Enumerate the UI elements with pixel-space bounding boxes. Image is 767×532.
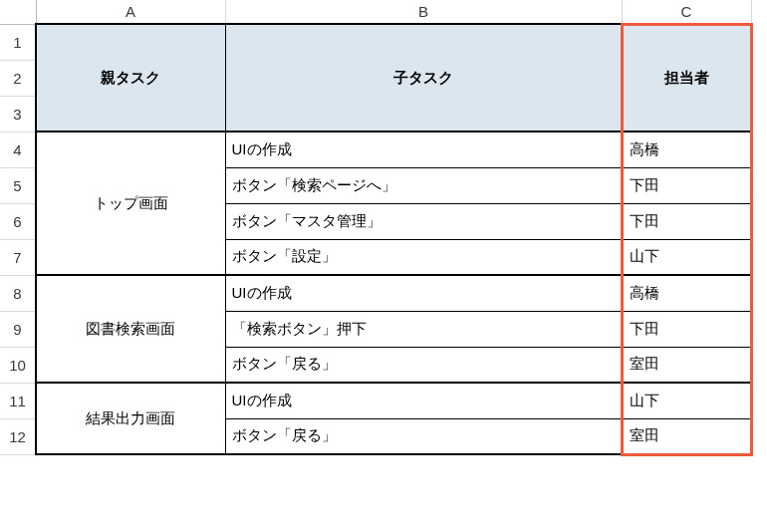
row-header-7[interactable]: 7 [0, 239, 36, 275]
child-task-cell[interactable]: 「検索ボタン」押下 [225, 311, 622, 347]
row-header-10[interactable]: 10 [0, 347, 36, 383]
col-header-c[interactable]: C [622, 0, 751, 24]
owner-cell[interactable]: 室田 [622, 418, 751, 454]
owner-cell[interactable]: 高橋 [622, 275, 751, 311]
owner-cell[interactable]: 下田 [622, 203, 751, 239]
owner-cell[interactable]: 室田 [622, 347, 751, 383]
col-header-b[interactable]: B [225, 0, 622, 24]
spreadsheet[interactable]: A B C 1 親タスク 子タスク 担当者 2 3 4 トップ画面 UIの作成 … [0, 0, 753, 456]
row-header-1[interactable]: 1 [0, 24, 36, 60]
row-header-12[interactable]: 12 [0, 418, 36, 454]
child-task-cell[interactable]: ボタン「検索ページへ」 [225, 167, 622, 203]
header-child-task[interactable]: 子タスク [225, 24, 622, 132]
owner-cell[interactable]: 下田 [622, 167, 751, 203]
child-task-cell[interactable]: ボタン「戻る」 [225, 418, 622, 454]
row-header-4[interactable]: 4 [0, 132, 36, 167]
child-task-cell[interactable]: UIの作成 [225, 383, 622, 418]
row-header-9[interactable]: 9 [0, 311, 36, 347]
row-header-8[interactable]: 8 [0, 275, 36, 311]
owner-cell[interactable]: 下田 [622, 311, 751, 347]
row-header-5[interactable]: 5 [0, 167, 36, 203]
owner-cell[interactable]: 山下 [622, 383, 751, 418]
row-header-11[interactable]: 11 [0, 383, 36, 418]
parent-task-cell[interactable]: トップ画面 [36, 132, 225, 275]
parent-task-cell[interactable]: 結果出力画面 [36, 383, 225, 454]
child-task-cell[interactable]: ボタン「設定」 [225, 239, 622, 275]
owner-cell[interactable]: 高橋 [622, 132, 751, 167]
row-header-6[interactable]: 6 [0, 203, 36, 239]
child-task-cell[interactable]: ボタン「マスタ管理」 [225, 203, 622, 239]
parent-task-cell[interactable]: 図書検索画面 [36, 275, 225, 383]
header-owner[interactable]: 担当者 [622, 24, 751, 132]
child-task-cell[interactable]: UIの作成 [225, 132, 622, 167]
owner-cell[interactable]: 山下 [622, 239, 751, 275]
child-task-cell[interactable]: ボタン「戻る」 [225, 347, 622, 383]
row-header-2[interactable]: 2 [0, 60, 36, 96]
row-header-3[interactable]: 3 [0, 96, 36, 132]
col-header-a[interactable]: A [36, 0, 225, 24]
corner-cell[interactable] [0, 0, 36, 24]
child-task-cell[interactable]: UIの作成 [225, 275, 622, 311]
header-parent-task[interactable]: 親タスク [36, 24, 225, 132]
